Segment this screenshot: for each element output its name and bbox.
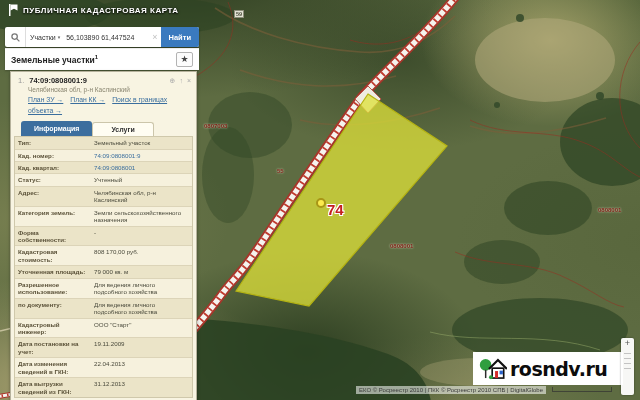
chevron-down-icon: ▾ bbox=[58, 34, 61, 40]
tab-services[interactable]: Услуги bbox=[92, 122, 153, 136]
table-row: Дата изменения сведений в ГКН: 22.04.201… bbox=[15, 358, 192, 378]
table-row: Кад. квартал: 74:09:0808001 bbox=[15, 162, 192, 174]
map-label-59: 59 bbox=[234, 10, 244, 18]
table-row: Дата постановки на учет: 19.11.2009 bbox=[15, 338, 192, 358]
table-row: по документу: Для ведения личного подсоб… bbox=[15, 299, 192, 319]
results-title: Земельные участки1 bbox=[11, 54, 98, 65]
parcel-subtitle: Челябинская обл, р-н Каслинский bbox=[11, 85, 196, 95]
table-row: Разрешенное использование: Для ведения л… bbox=[15, 279, 192, 299]
card-actions: ⊕ ↑ × bbox=[170, 77, 191, 85]
zoom-in-icon[interactable]: + bbox=[621, 338, 634, 349]
parcel-card: 1. 74:09:0808001:9 ⊕ ↑ × Челябинская обл… bbox=[10, 71, 197, 400]
parcel-number: 74:09:0808001:9 bbox=[29, 76, 169, 85]
table-row: Тип: Земельный участок bbox=[15, 137, 192, 149]
watermark: rosndv.ru bbox=[473, 352, 623, 385]
map-label-quarter-left: 0807003 bbox=[204, 123, 227, 129]
link-plan-kk[interactable]: План КК → bbox=[70, 96, 105, 103]
table-row: Кадастровый инженер: ООО "Старт" bbox=[15, 319, 192, 339]
table-row: Кад. номер: 74:09:0808001:9 bbox=[15, 150, 192, 162]
map-label-quarter-right: 0808001 bbox=[598, 207, 621, 213]
star-icon: ★ bbox=[180, 54, 188, 64]
scale-bar bbox=[552, 387, 612, 392]
search-category-dropdown[interactable]: Участки ▾ bbox=[26, 34, 64, 41]
results-count: 1 bbox=[95, 54, 98, 60]
search-input[interactable] bbox=[64, 34, 149, 41]
zoom-slider-tick bbox=[624, 368, 631, 369]
cad-number-link[interactable]: 74:09:0808001:9 bbox=[91, 150, 192, 161]
search-category-label: Участки bbox=[30, 34, 56, 41]
results-header: Земельные участки1 ★ bbox=[5, 48, 199, 70]
parcel-point-marker bbox=[317, 199, 325, 207]
rosndv-logo-icon bbox=[479, 355, 507, 383]
region-label-74: 74 bbox=[327, 201, 344, 218]
table-row: Форма собственности: - bbox=[15, 227, 192, 247]
app-title: ПУБЛИЧНАЯ КАДАСТРОВАЯ КАРТА bbox=[23, 6, 179, 15]
parcel-card-header: 1. 74:09:0808001:9 ⊕ ↑ × bbox=[11, 72, 196, 85]
close-icon[interactable]: × bbox=[187, 77, 191, 85]
map-label-55: 55 bbox=[277, 168, 284, 174]
zoom-slider-tick bbox=[624, 358, 631, 359]
pkk-app: 74 59 0807003 55 0808001 0808001 ПУБЛИЧН… bbox=[0, 0, 640, 400]
zoom-slider-tick bbox=[624, 353, 631, 354]
search-icon[interactable] bbox=[5, 27, 26, 47]
link-plan-zu[interactable]: План ЗУ → bbox=[28, 96, 63, 103]
parcel-info-table: Тип: Земельный участок Кад. номер: 74:09… bbox=[14, 136, 193, 398]
tab-information[interactable]: Информация bbox=[21, 121, 92, 136]
clear-search-icon[interactable]: × bbox=[149, 32, 160, 42]
zoom-to-parcel-icon[interactable]: ⊕ bbox=[170, 77, 176, 85]
watermark-text: rosndv.ru bbox=[510, 358, 607, 380]
table-row: Дата выгрузки сведений из ГКН: 31.12.201… bbox=[15, 378, 192, 397]
table-row: Адрес: Челябинская обл, р-н Каслинский bbox=[15, 187, 192, 207]
search-button[interactable]: Найти bbox=[161, 27, 199, 47]
map-attribution: ЕКО © Росреестр 2010 | ПКК © Росреестр 2… bbox=[356, 386, 546, 394]
map-zoom-control[interactable]: + bbox=[621, 338, 634, 395]
app-header: ПУБЛИЧНАЯ КАДАСТРОВАЯ КАРТА bbox=[8, 4, 179, 16]
card-tabs: Информация Услуги bbox=[21, 121, 193, 136]
favorite-button[interactable]: ★ bbox=[176, 52, 193, 67]
table-row: Уточненная площадь: 79 000 кв. м bbox=[15, 266, 192, 278]
zoom-slider-tick bbox=[624, 363, 631, 364]
result-index: 1. bbox=[18, 76, 24, 85]
cad-quarter-link[interactable]: 74:09:0808001 bbox=[91, 162, 192, 173]
map-label-quarter-mid: 0808001 bbox=[390, 243, 413, 249]
table-row: Кадастровая стоимость: 808 170,00 руб. bbox=[15, 246, 192, 266]
search-bar: Участки ▾ × Найти bbox=[5, 27, 199, 47]
table-row: Категория земель: Земли сельскохозяйстве… bbox=[15, 207, 192, 227]
parcel-links: План ЗУ →План КК →Поиск в границах объек… bbox=[11, 95, 196, 119]
pkk-logo-icon bbox=[8, 4, 18, 16]
table-row: Статус: Учтенный bbox=[15, 174, 192, 186]
results-title-text: Земельные участки bbox=[11, 55, 95, 65]
collapse-icon[interactable]: ↑ bbox=[179, 77, 183, 85]
